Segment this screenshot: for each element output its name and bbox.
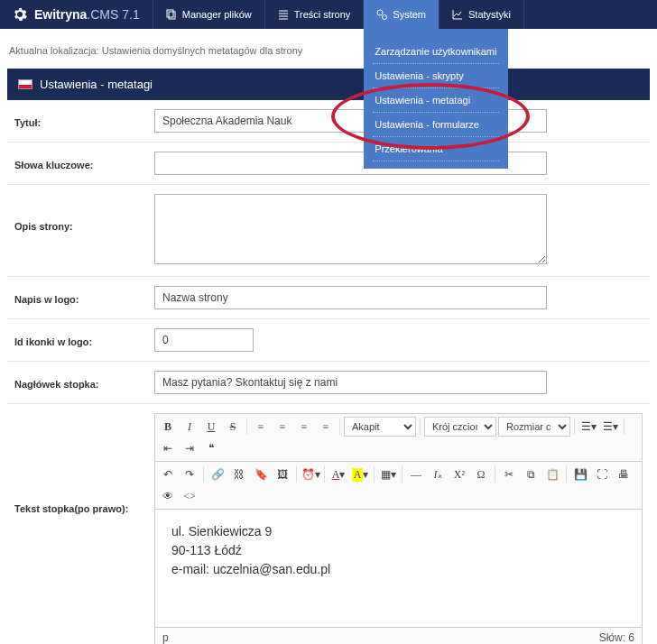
time-icon[interactable]: ⏰▾ bbox=[301, 465, 320, 484]
label-logo-text: Napis w logo: bbox=[14, 291, 154, 305]
special-char-icon[interactable]: Ω bbox=[471, 465, 491, 484]
row-keywords: Słowa kluczowe: bbox=[7, 143, 650, 185]
cut-icon[interactable]: ✂ bbox=[499, 465, 519, 484]
subscript-icon[interactable]: X² bbox=[449, 465, 469, 484]
brand-name-bold: Ewitryna bbox=[34, 7, 87, 22]
copy-icon[interactable]: ⧉ bbox=[521, 465, 541, 484]
print-icon[interactable]: 🖶 bbox=[614, 465, 634, 484]
input-footer-header[interactable] bbox=[154, 371, 547, 394]
footer-line-1: ul. Sienkiewicza 9 bbox=[171, 522, 625, 541]
dropdown-scripts[interactable]: Ustawienia - skrypty bbox=[373, 64, 499, 88]
paste-icon[interactable]: 📋 bbox=[542, 465, 562, 484]
top-navigation: Ewitryna.CMS 7.1 Manager plików Treści s… bbox=[0, 0, 657, 29]
save-icon[interactable]: 💾 bbox=[570, 465, 590, 484]
section-header: Ustawienia - metatagi bbox=[7, 69, 650, 100]
editor-word-count: Słów: 6 bbox=[599, 631, 634, 644]
row-title: Tytuł: bbox=[7, 100, 650, 143]
breadcrumb: Aktualna lokalizacja: Ustawienia domyśln… bbox=[0, 29, 657, 69]
cogs-icon bbox=[376, 9, 387, 20]
svg-point-3 bbox=[383, 15, 387, 20]
editor-toolbar-2: ↶ ↷ 🔗 ⛓ 🔖 🖼 ⏰▾ A▾ A▾ ▦▾ — Iₓ bbox=[155, 462, 642, 510]
align-center-icon[interactable]: ≡ bbox=[273, 417, 292, 437]
blockquote-icon[interactable]: ❝ bbox=[201, 438, 221, 458]
label-footer-text: Tekst stopka(po prawo): bbox=[14, 413, 154, 514]
section-title: Ustawienia - metatagi bbox=[40, 78, 153, 91]
flag-icon bbox=[18, 79, 32, 89]
dropdown-metatags[interactable]: Ustawienia - metatagi bbox=[373, 88, 499, 113]
nav-files[interactable]: Manager plików bbox=[153, 0, 265, 29]
label-icon-id: Id ikonki w logo: bbox=[14, 334, 154, 347]
format-select[interactable]: Akapit bbox=[344, 417, 416, 437]
input-description[interactable] bbox=[154, 194, 547, 264]
bullet-list-icon[interactable]: ☰▾ bbox=[578, 417, 598, 437]
label-footer-header: Nagłówek stopka: bbox=[14, 376, 154, 390]
input-logo-text[interactable] bbox=[154, 286, 547, 309]
align-justify-icon[interactable]: ≡ bbox=[316, 417, 336, 437]
row-footer-header: Nagłówek stopka: bbox=[7, 362, 650, 404]
editor-toolbar-1: B I U S ≡ ≡ ≡ ≡ Akapit Krój czcionki Roz… bbox=[155, 414, 642, 462]
dropdown-forms[interactable]: Ustawienia - formularze bbox=[373, 113, 499, 137]
dropdown-redirects[interactable]: Przekierowania bbox=[373, 137, 499, 161]
label-description: Opis strony: bbox=[14, 194, 154, 232]
brand-name-light: .CMS 7.1 bbox=[87, 7, 139, 22]
italic-icon[interactable]: I bbox=[180, 417, 199, 437]
anchor-icon[interactable]: 🔖 bbox=[251, 465, 271, 484]
brand-logo: Ewitryna.CMS 7.1 bbox=[0, 0, 153, 29]
bold-icon[interactable]: B bbox=[158, 417, 178, 437]
size-select[interactable]: Rozmiar c... bbox=[498, 417, 570, 437]
settings-form: Tytuł: Słowa kluczowe: Opis strony: Napi… bbox=[7, 100, 650, 644]
outdent-icon[interactable]: ⇤ bbox=[158, 438, 178, 458]
link-icon[interactable]: 🔗 bbox=[208, 465, 227, 484]
unlink-icon[interactable]: ⛓ bbox=[229, 465, 249, 484]
clear-format-icon[interactable]: Iₓ bbox=[428, 465, 448, 484]
rich-text-editor: B I U S ≡ ≡ ≡ ≡ Akapit Krój czcionki Roz… bbox=[154, 413, 643, 644]
editor-path[interactable]: p bbox=[162, 631, 169, 644]
dropdown-users[interactable]: Zarządzanie użytkownikami bbox=[373, 40, 499, 64]
row-description: Opis strony: bbox=[7, 185, 650, 277]
label-keywords: Słowa kluczowe: bbox=[14, 157, 154, 170]
footer-line-2: 90-113 Łódź bbox=[171, 541, 625, 560]
undo-icon[interactable]: ↶ bbox=[158, 465, 178, 484]
strikethrough-icon[interactable]: S bbox=[223, 417, 243, 437]
indent-icon[interactable]: ⇥ bbox=[180, 438, 199, 458]
editor-content[interactable]: ul. Sienkiewicza 9 90-113 Łódź e-mail: u… bbox=[155, 510, 642, 627]
hr-icon[interactable]: — bbox=[406, 465, 426, 484]
chart-icon bbox=[452, 9, 463, 20]
underline-icon[interactable]: U bbox=[201, 417, 221, 437]
gear-icon bbox=[13, 7, 27, 22]
bg-color-icon[interactable]: A▾ bbox=[350, 465, 370, 484]
image-icon[interactable]: 🖼 bbox=[273, 465, 292, 484]
editor-footer: p Słów: 6 bbox=[155, 627, 642, 644]
source-icon[interactable]: <> bbox=[180, 486, 199, 506]
redo-icon[interactable]: ↷ bbox=[180, 465, 199, 484]
svg-point-2 bbox=[377, 10, 383, 15]
row-footer-text: Tekst stopka(po prawo): B I U S ≡ ≡ ≡ ≡ … bbox=[7, 404, 650, 644]
align-left-icon[interactable]: ≡ bbox=[251, 417, 271, 437]
number-list-icon[interactable]: ☰▾ bbox=[600, 417, 620, 437]
copy-icon bbox=[166, 9, 177, 20]
fullscreen-icon[interactable]: ⛶ bbox=[592, 465, 612, 484]
align-right-icon[interactable]: ≡ bbox=[294, 417, 314, 437]
system-dropdown: Zarządzanie użytkownikami Ustawienia - s… bbox=[364, 29, 508, 169]
nav-stats[interactable]: Statystyki bbox=[440, 0, 524, 29]
font-select[interactable]: Krój czcionki bbox=[424, 417, 496, 437]
row-icon-id: Id ikonki w logo: bbox=[7, 319, 650, 362]
preview-icon[interactable]: 👁 bbox=[158, 486, 178, 506]
input-icon-id[interactable] bbox=[154, 328, 254, 352]
footer-line-3: e-mail: uczelnia@san.edu.pl bbox=[171, 560, 625, 579]
svg-rect-1 bbox=[169, 12, 175, 19]
svg-rect-0 bbox=[167, 10, 173, 17]
nav-system[interactable]: System Zarządzanie użytkownikami Ustawie… bbox=[364, 0, 440, 29]
row-logo-text: Napis w logo: bbox=[7, 277, 650, 319]
list-icon bbox=[278, 9, 289, 20]
text-color-icon[interactable]: A▾ bbox=[328, 465, 348, 484]
table-icon[interactable]: ▦▾ bbox=[378, 465, 398, 484]
nav-content[interactable]: Treści strony bbox=[265, 0, 365, 29]
label-title: Tytuł: bbox=[14, 115, 154, 128]
